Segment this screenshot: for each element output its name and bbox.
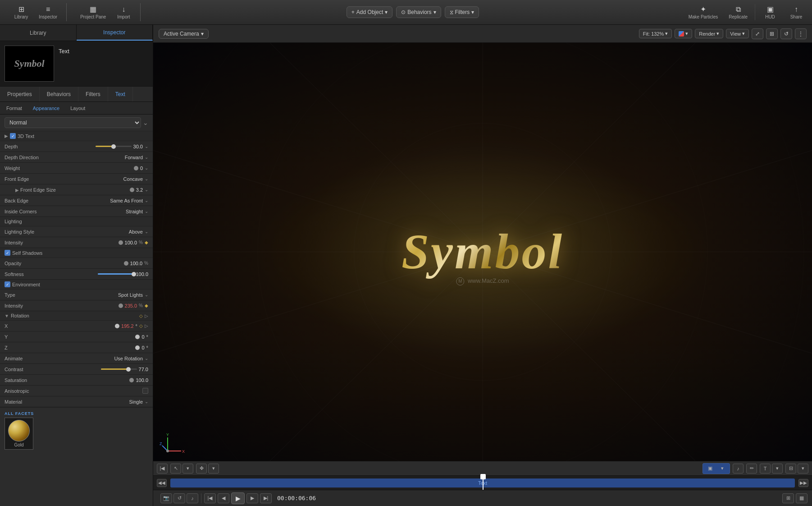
prev-frame-btn[interactable]: ◀ [218, 493, 229, 503]
depth-expand-icon[interactable]: ⌄ [145, 144, 148, 149]
render-button[interactable]: Render ▾ [695, 29, 723, 38]
inside-corners-select[interactable]: Straight [126, 209, 143, 214]
tl-go-end-btn[interactable]: ▶▶ [798, 479, 808, 487]
environment-checkbox[interactable]: ✓ [5, 281, 10, 287]
playhead-handle[interactable] [480, 474, 486, 479]
gold-material-container[interactable]: Gold [5, 418, 33, 450]
library-button[interactable]: ⊞ Library [10, 3, 32, 21]
export-btn[interactable]: ⊞ [782, 493, 794, 503]
behaviors-chevron-icon: ▾ [433, 9, 436, 15]
subtab-appearance[interactable]: Appearance [31, 105, 61, 112]
import-button[interactable]: ↓ Import [112, 4, 135, 21]
text-chevron-btn[interactable]: ▾ [772, 464, 783, 474]
depth-direction-icon[interactable]: ⌄ [145, 155, 148, 160]
animate-icon[interactable]: ⌄ [145, 356, 148, 361]
lighting-style-icon[interactable]: ⌄ [145, 229, 148, 234]
blend-expand-icon[interactable]: ⌄ [143, 119, 148, 126]
front-edge-icon[interactable]: ⌄ [145, 176, 148, 181]
share-button[interactable]: ↑ Share [785, 4, 807, 21]
3dtext-checkbox[interactable]: ✓ [10, 133, 16, 139]
tab-properties[interactable]: Properties [0, 87, 40, 101]
env-type-select[interactable]: Spot Lights [118, 292, 143, 298]
rotation-arrow-icon[interactable]: ▷ [145, 313, 148, 318]
intensity-keyframe-icon[interactable]: ◆ [145, 240, 148, 245]
subtab-layout[interactable]: Layout [68, 105, 87, 112]
blend-mode-select[interactable]: Normal [5, 117, 141, 128]
inspector-panel-tab[interactable]: Inspector [77, 25, 153, 41]
back-edge-icon[interactable]: ⌄ [145, 198, 148, 203]
layout-btn[interactable]: ▦ [796, 493, 807, 503]
depth-slider-thumb[interactable] [111, 144, 116, 149]
color-profile-button[interactable]: ▾ [675, 29, 692, 38]
weight-icon[interactable]: ⌄ [145, 166, 148, 170]
hud-button[interactable]: ▣ HUD [759, 3, 781, 21]
fit-button[interactable]: Fit: 132% ▾ [639, 29, 672, 38]
replicate-button[interactable]: ⧉ Replicate [725, 4, 751, 21]
video-chevron-btn[interactable]: ▾ [717, 464, 728, 474]
depth-slider[interactable] [96, 146, 132, 147]
render-chevron-icon: ▾ [716, 31, 719, 37]
add-object-button[interactable]: + Add Object ▾ [347, 6, 392, 18]
inspector-button[interactable]: ≡ Inspector [35, 4, 61, 21]
animate-select[interactable]: Use Rotation [114, 356, 143, 361]
next-frame-btn[interactable]: ▶ [246, 493, 258, 503]
anisotropic-checkbox[interactable] [142, 388, 148, 394]
front-edge-size-triangle[interactable]: ▶ [15, 188, 19, 193]
rotation-x-arrow-icon[interactable]: ▷ [145, 323, 148, 328]
env-intensity-keyframe-icon[interactable]: ◆ [145, 303, 148, 308]
rewind-btn[interactable]: ↺ [173, 493, 185, 503]
tab-filters[interactable]: Filters [78, 87, 108, 101]
inside-corners-icon[interactable]: ⌄ [145, 209, 148, 214]
3dtext-collapse-icon[interactable]: ▶ [5, 133, 8, 138]
env-type-icon[interactable]: ⌄ [145, 292, 148, 297]
text-tool-btn[interactable]: T [760, 464, 771, 474]
contrast-slider-thumb[interactable] [126, 367, 131, 372]
material-icon[interactable]: ⌄ [145, 399, 148, 404]
tab-text[interactable]: Text [108, 87, 133, 101]
audio-toggle-btn[interactable]: ♪ [187, 493, 198, 503]
front-edge-select[interactable]: Concave [123, 176, 143, 182]
more-options-btn[interactable]: ⋮ [795, 28, 807, 39]
lighting-style-select[interactable]: Above [129, 229, 143, 235]
timeline-playhead[interactable] [483, 476, 484, 490]
selection-chevron-btn[interactable]: ▾ [182, 464, 193, 474]
rotation-x-diamond-icon[interactable]: ◇ [139, 323, 143, 328]
subtab-format[interactable]: Format [5, 105, 24, 112]
video-btn[interactable]: ▣ [705, 464, 716, 474]
scrub-to-start-btn[interactable]: |◀ [157, 464, 168, 474]
tl-go-start-btn[interactable]: ◀◀ [157, 479, 167, 487]
front-edge-size-icon[interactable]: ⌄ [145, 187, 148, 192]
project-pane-button[interactable]: ▦ Project Pane [77, 3, 109, 21]
softness-slider[interactable] [98, 273, 134, 275]
filters-button[interactable]: ⧖ Filters ▾ [445, 6, 479, 18]
pen-tool-btn[interactable]: ✏ [746, 464, 757, 474]
skip-to-end-btn[interactable]: ▶| [260, 493, 272, 503]
behaviors-button[interactable]: ⊙ Behaviors ▾ [396, 6, 441, 18]
snapshot-btn[interactable]: 📷 [160, 493, 172, 503]
make-particles-button[interactable]: ✦ Make Particles [685, 3, 722, 21]
softness-slider-thumb[interactable] [132, 272, 136, 276]
camera-select[interactable]: Active Camera ▾ [159, 29, 209, 39]
rotation-collapse-icon[interactable]: ▼ [5, 313, 9, 318]
contrast-slider[interactable] [101, 368, 137, 370]
view-button[interactable]: View ▾ [726, 29, 749, 38]
transform-chevron-btn[interactable]: ▾ [208, 464, 219, 474]
rewind-icon-btn[interactable]: ↺ [780, 28, 792, 39]
library-panel-tab[interactable]: Library [0, 25, 77, 41]
depth-direction-select[interactable]: Forward [125, 155, 143, 160]
play-btn[interactable]: ▶ [231, 492, 245, 504]
material-select[interactable]: Single [129, 399, 143, 405]
self-shadows-checkbox[interactable]: ✓ [5, 250, 10, 256]
transform-tool-btn[interactable]: ✥ [196, 464, 207, 474]
properties-scroll[interactable]: ▶ ✓ 3D Text Depth 30.0 ⌄ Depth Directi [0, 131, 153, 506]
skip-to-start-btn[interactable]: |◀ [204, 493, 216, 503]
audio-btn[interactable]: ♪ [733, 464, 744, 474]
shape-tool-btn[interactable]: ⊟ [785, 464, 796, 474]
back-edge-select[interactable]: Same As Front [110, 198, 143, 203]
selection-tool-btn[interactable]: ↖ [170, 464, 181, 474]
tab-behaviors[interactable]: Behaviors [40, 87, 78, 101]
expand-button[interactable]: ⊞ [766, 28, 778, 39]
fullscreen-button[interactable]: ⤢ [752, 28, 763, 39]
rotation-diamond-icon[interactable]: ◇ [139, 313, 143, 318]
shape-chevron-btn[interactable]: ▾ [798, 464, 808, 474]
